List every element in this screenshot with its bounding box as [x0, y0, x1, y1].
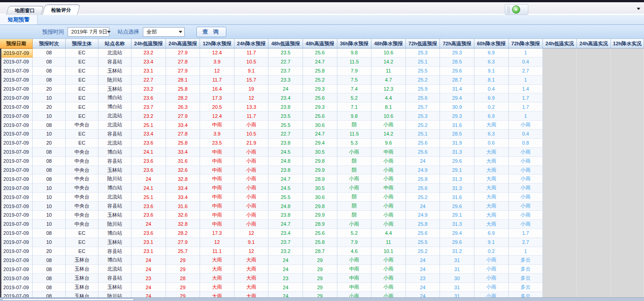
table-cell[interactable]: 大雨 [474, 211, 509, 220]
table-cell[interactable]: 12.4 [200, 49, 234, 58]
table-cell[interactable]: 10 [33, 220, 66, 229]
table-cell[interactable]: 9.6 [371, 139, 406, 148]
table-cell[interactable]: 23 [268, 274, 303, 283]
table-cell[interactable]: 7.9 [337, 67, 372, 76]
table-cell[interactable]: 6.9 [474, 229, 509, 238]
table-cell[interactable]: 10 [33, 193, 66, 202]
table-cell[interactable]: 7.5 [337, 76, 372, 85]
table-cell[interactable]: 11.5 [337, 130, 372, 139]
table-cell[interactable]: 26.3 [166, 102, 200, 112]
table-cell[interactable]: 30.9 [440, 102, 474, 112]
table-cell[interactable]: 中雨 [200, 220, 234, 229]
table-cell[interactable]: 25.2 [406, 247, 440, 256]
table-cell[interactable]: 中央台 [66, 148, 98, 157]
table-cell[interactable]: 29 [303, 274, 337, 283]
table-cell[interactable]: 25.1 [132, 193, 166, 202]
table-cell[interactable]: 23.8 [268, 102, 303, 112]
table-cell[interactable]: 大雨 [474, 148, 509, 157]
table-cell[interactable]: 0.4 [474, 85, 509, 94]
table-cell[interactable]: 阴 [337, 193, 372, 202]
table-cell[interactable]: 14.2 [371, 58, 406, 67]
table-cell[interactable]: 小雨 [371, 202, 406, 211]
column-header[interactable]: 72h高温预报 [440, 39, 474, 49]
table-cell[interactable]: 1.7 [509, 102, 543, 112]
table-cell[interactable]: 25.5 [268, 193, 303, 202]
table-cell[interactable]: 7.4 [337, 85, 372, 94]
table-cell[interactable]: 24 [268, 85, 303, 94]
table-cell[interactable]: 玉林站 [98, 85, 132, 94]
table-cell[interactable]: 多云 [509, 274, 543, 283]
table-cell[interactable]: 23.8 [268, 139, 303, 148]
table-cell[interactable]: 博白站 [98, 102, 132, 112]
table-cell[interactable]: 2019-07-09 [0, 93, 33, 102]
table-cell[interactable]: 08 [33, 265, 66, 274]
column-header[interactable]: 站点名称 [98, 39, 132, 49]
table-cell[interactable]: 23.6 [132, 229, 166, 238]
table-cell[interactable]: 中央台 [66, 184, 98, 193]
table-cell[interactable]: EC [66, 93, 98, 102]
table-cell[interactable]: 31.6 [440, 193, 474, 202]
table-cell[interactable]: 25.5 [268, 121, 303, 130]
table-cell[interactable]: 小雨 [509, 193, 543, 202]
table-cell[interactable]: 13.3 [234, 102, 269, 112]
table-cell[interactable]: 7.9 [337, 238, 372, 247]
table-cell[interactable]: 10.6 [371, 112, 406, 121]
table-cell[interactable]: 博白站 [98, 256, 132, 265]
table-cell[interactable]: 08 [33, 166, 66, 175]
table-cell[interactable]: 23 [132, 274, 166, 283]
table-cell[interactable]: 博白站 [98, 184, 132, 193]
table-cell[interactable]: 24 [406, 256, 440, 265]
tab-verification-score[interactable]: 检验评分 [42, 5, 81, 15]
table-cell[interactable]: 大雨 [474, 121, 509, 130]
table-cell[interactable]: 中雨 [200, 148, 234, 157]
table-cell[interactable]: 32.8 [166, 175, 200, 184]
table-cell[interactable]: 24.5 [268, 148, 303, 157]
table-cell[interactable]: 24 [406, 202, 440, 211]
table-cell[interactable]: 33.4 [166, 184, 200, 193]
table-cell[interactable]: 0.2 [474, 102, 509, 112]
table-cell[interactable]: 24 [268, 283, 303, 292]
table-cell[interactable]: 中雨 [200, 175, 234, 184]
table-cell[interactable]: 玉林台 [66, 265, 98, 274]
table-cell[interactable]: 31.3 [440, 220, 474, 229]
table-cell[interactable]: 10.6 [371, 49, 406, 58]
table-cell[interactable]: 小雨 [234, 157, 269, 166]
table-cell[interactable]: 19 [234, 85, 269, 94]
table-cell[interactable]: 大雨 [234, 274, 269, 283]
table-cell[interactable]: 23.5 [268, 112, 303, 121]
table-cell[interactable]: 29 [303, 265, 337, 274]
table-cell[interactable]: 08 [33, 121, 66, 130]
table-cell[interactable]: 2019-07-09 [0, 211, 33, 220]
table-cell[interactable]: 24.9 [406, 166, 440, 175]
table-cell[interactable]: 25.6 [303, 49, 337, 58]
table-cell[interactable]: 10.5 [234, 58, 269, 67]
table-cell[interactable]: EC [66, 247, 98, 256]
table-cell[interactable]: 30.5 [303, 184, 337, 193]
table-cell[interactable]: 4.4 [371, 93, 406, 102]
table-cell[interactable]: 10 [33, 184, 66, 193]
table-cell[interactable]: 32.6 [166, 166, 200, 175]
column-header[interactable]: 48h低温预报 [268, 39, 303, 49]
table-cell[interactable]: 0.8 [509, 139, 543, 148]
table-cell[interactable]: 20 [33, 247, 66, 256]
table-cell[interactable]: 大雨 [474, 166, 509, 175]
table-cell[interactable]: 1 [509, 49, 543, 58]
table-cell[interactable]: 小雨 [371, 274, 406, 283]
table-cell[interactable]: 32.6 [166, 211, 200, 220]
table-cell[interactable]: 小雨 [509, 184, 543, 193]
table-cell[interactable]: 大雨 [234, 256, 269, 265]
table-cell[interactable]: 29.3 [440, 112, 474, 121]
table-cell[interactable]: 容县站 [98, 157, 132, 166]
table-cell[interactable]: 小雨 [234, 121, 269, 130]
table-cell[interactable]: EC [66, 130, 98, 139]
table-cell[interactable]: 27.8 [166, 58, 200, 67]
table-cell[interactable]: 2019-07-09 [0, 130, 33, 139]
table-cell[interactable]: 小雨 [371, 121, 406, 130]
table-cell[interactable]: 2019-07-09 [0, 220, 33, 229]
column-header[interactable]: 60h降水预报 [474, 39, 509, 49]
table-cell[interactable]: 北流站 [98, 265, 132, 274]
table-cell[interactable]: 0.2 [474, 247, 509, 256]
table-cell[interactable]: 24.8 [268, 202, 303, 211]
table-cell[interactable]: 10 [33, 238, 66, 247]
table-cell[interactable]: 11.7 [234, 49, 269, 58]
